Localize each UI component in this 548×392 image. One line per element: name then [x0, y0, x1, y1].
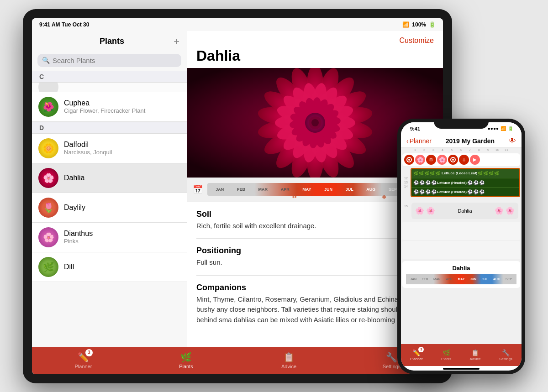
scene: 9:41 AM Tue Oct 30 📶 100% 🔋 Plants +	[23, 9, 525, 383]
iphone-plants-icon: 🌿	[443, 349, 450, 356]
plants-label: Plants	[179, 364, 193, 369]
iphone-tab-bar: ✏️ 3 Planner 🌿 Plants 📋 Advice 🔧 Setting…	[401, 344, 522, 366]
plant-list: C 🌺 Cuphea Cigar Flower, Firecracker Pl	[32, 71, 187, 347]
svg-point-57	[311, 119, 319, 126]
planner-icon-target	[404, 155, 414, 165]
dahlia-planner-icon-4: 🌸	[506, 206, 515, 215]
dill-name: Dill	[64, 263, 74, 271]
list-item-daylily[interactable]: 🌷 Daylily	[32, 193, 187, 223]
list-item-dianthus[interactable]: 🌸 Dianthus Pinks	[32, 223, 187, 252]
iphone-settings-icon: 🔧	[502, 349, 510, 356]
dill-info: Dill	[64, 263, 74, 271]
dianthus-subtitle: Pinks	[64, 238, 93, 245]
iphone-content[interactable]: 1 2 3 4 5 6 7 8 9 10 11	[401, 147, 522, 344]
planner-icon-target2	[448, 155, 458, 165]
tab-plants[interactable]: 🌿 Plants	[135, 352, 237, 369]
dahlia-planner-row[interactable]: 🌸 🌸 Dahlia 🌸 🌸	[411, 203, 518, 219]
iphone-tab-planner[interactable]: ✏️ 3 Planner	[410, 349, 423, 361]
iphone-advice-icon: 📋	[471, 349, 479, 356]
iphone-planner-badge-container: ✏️ 3	[412, 349, 420, 356]
add-plant-button[interactable]: +	[174, 36, 179, 47]
sidebar-title: Plants	[50, 37, 174, 46]
iphone-header: ‹ Planner 2019 My Garden 👁	[401, 135, 522, 147]
dahlia-planner-label: Dahlia	[437, 208, 493, 214]
list-item-dahlia[interactable]: 🌸 Dahlia	[32, 163, 187, 193]
dahlia-planner-section: 15 🌸 🌸 Dahlia 🌸 🌸	[401, 200, 522, 221]
planner-icon-row[interactable]: 🌸 ⊞ 🌸 + ▶	[402, 153, 520, 166]
wifi-icon: 📶	[402, 21, 409, 28]
dahlia-info: Dahlia	[64, 174, 84, 182]
chevron-left-icon: ‹	[406, 137, 409, 145]
list-item-cuphea[interactable]: 🌺 Cuphea Cigar Flower, Firecracker Plant	[32, 92, 187, 122]
dahlia-name: Dahlia	[64, 174, 84, 182]
list-item[interactable]	[32, 83, 187, 92]
ipad-tab-bar: ✏️ 3 Planner 🌿 Plants 📋 Advice 🔧 Setting…	[32, 347, 443, 374]
iphone-tab-settings[interactable]: 🔧 Settings	[499, 349, 512, 361]
iphone-garden-title: 2019 My Garden	[432, 137, 509, 145]
main-area: Plants + 🔍 C	[32, 31, 443, 347]
iphone-detail-area: Dahlia JAN FEB MAR APR MAY JUN JUL AUG	[402, 261, 520, 288]
ipad-status-bar: 9:41 AM Tue Oct 30 📶 100% 🔋	[32, 18, 443, 31]
ipad-time: 9:41 AM Tue Oct 30	[39, 21, 89, 28]
search-icon: 🔍	[42, 57, 50, 64]
iphone-plants-label: Plants	[441, 357, 451, 361]
cuphea-subtitle: Cigar Flower, Firecracker Plant	[64, 107, 145, 114]
daffodil-name: Daffodil	[64, 141, 112, 149]
iphone-season-bar: JAN FEB MAR APR MAY JUN JUL AUG SEP	[406, 274, 516, 284]
planner-icon: ✏️ 3	[78, 352, 89, 363]
calendar-icon: 📅	[193, 184, 203, 194]
planner-icon-part: ▶	[470, 155, 480, 165]
dahlia-planner-icon-3: 🌸	[495, 206, 504, 215]
advice-icon: 📋	[283, 352, 295, 363]
settings-label: Settings	[383, 364, 401, 369]
dianthus-info: Dianthus Pinks	[64, 230, 93, 245]
iphone-eye-icon[interactable]: 👁	[509, 137, 516, 145]
tab-advice[interactable]: 📋 Advice	[237, 352, 340, 369]
iphone-tab-plants[interactable]: 🌿 Plants	[441, 349, 451, 361]
daffodil-avatar: 🌼	[38, 138, 58, 158]
iphone-back-button[interactable]: ‹ Planner	[406, 137, 432, 145]
iphone-screen: 9:41 ●●●● 📶 🔋 ‹ Planner 2019 My Garden 👁	[401, 122, 522, 371]
lettuce-loose-leaf-row: 🌿 🌿 🌿 🌿 🌿 Lettuce (Loose Leaf) 🌿 🌿 🌿 🌿	[411, 169, 519, 178]
detail-header: Customize	[187, 31, 443, 47]
iphone-planner-badge: 3	[418, 347, 424, 352]
iphone: 9:41 ●●●● 📶 🔋 ‹ Planner 2019 My Garden 👁	[397, 119, 525, 374]
empty-row-2	[402, 241, 520, 259]
lettuce-section: 12 13 14 🌿 🌿 🌿 🌿 🌿 Lettuce (Loose Leaf)	[401, 167, 522, 198]
daffodil-info: Daffodil Narcissus, Jonquil	[64, 141, 112, 156]
list-item-daffodil[interactable]: 🌼 Daffodil Narcissus, Jonquil	[32, 134, 187, 163]
iphone-time: 9:41	[410, 126, 420, 131]
dianthus-avatar: 🌸	[38, 227, 58, 247]
cuphea-avatar: 🌺	[38, 97, 58, 117]
lettuce-headed-row-2: ⚽ ⚽ ⚽ ⚽ Lettuce (Headed) ⚽ ⚽ ⚽	[411, 187, 519, 196]
section-header-d: D	[32, 122, 187, 134]
dahlia-planner-icon-2: 🌸	[426, 206, 435, 215]
dill-avatar: 🌿	[38, 257, 58, 277]
customize-button[interactable]: Customize	[399, 37, 434, 45]
settings-icon: 🔧	[386, 352, 397, 363]
lettuce-headed-row-1: ⚽ ⚽ ⚽ ⚽ Lettuce (Headed) ⚽ ⚽ ⚽	[411, 178, 519, 187]
ipad-screen: 9:41 AM Tue Oct 30 📶 100% 🔋 Plants +	[32, 18, 443, 374]
advice-label: Advice	[281, 364, 296, 369]
dahlia-avatar: 🌸	[38, 168, 58, 188]
search-input[interactable]	[53, 57, 177, 64]
iphone-settings-label: Settings	[499, 357, 512, 361]
planner-icon-flower2: 🌸	[437, 155, 447, 165]
planner-icon-add[interactable]: +	[459, 155, 469, 165]
sidebar-header: Plants +	[32, 31, 187, 52]
battery-text: 100%	[412, 21, 426, 28]
iphone-wifi-icon: 📶	[501, 126, 506, 131]
section-header-c: C	[32, 71, 187, 83]
iphone-tab-advice[interactable]: 📋 Advice	[470, 349, 481, 361]
planner-back-label: Planner	[410, 137, 432, 145]
planner-label: Planner	[75, 364, 92, 369]
planner-icon-grid: ⊞	[426, 155, 436, 165]
iphone-signal-icon: ●●●●	[488, 126, 499, 131]
dahlia-planner-icon-1: 🌸	[415, 206, 424, 215]
search-bar[interactable]: 🔍	[37, 54, 181, 67]
lettuce-block: 🌿 🌿 🌿 🌿 🌿 Lettuce (Loose Leaf) 🌿 🌿 🌿 🌿	[411, 168, 520, 197]
tab-planner[interactable]: ✏️ 3 Planner	[32, 352, 135, 369]
list-item-dill[interactable]: 🌿 Dill	[32, 252, 187, 282]
sidebar: Plants + 🔍 C	[32, 31, 187, 347]
battery-icon: 🔋	[429, 21, 436, 28]
